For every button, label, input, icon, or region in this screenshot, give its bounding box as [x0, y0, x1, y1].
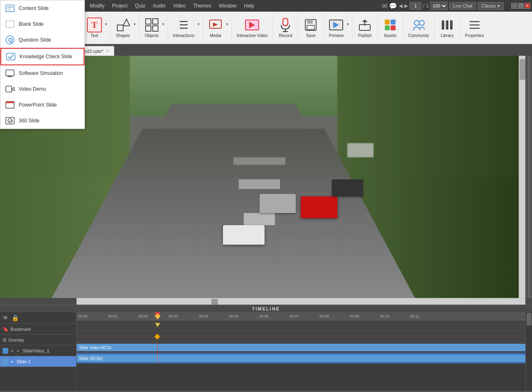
- media-button[interactable]: Media: [205, 16, 225, 40]
- svg-marker-16: [362, 20, 368, 22]
- preview-button[interactable]: Preview: [326, 16, 346, 40]
- media-dropdown-arrow[interactable]: ▼: [225, 22, 229, 26]
- scrollbar-thumb-v[interactable]: [520, 59, 525, 80]
- svg-rect-37: [6, 70, 14, 76]
- text-dropdown-arrow[interactable]: ▼: [104, 22, 108, 26]
- community-label: Community: [408, 33, 429, 38]
- interactive-video-button[interactable]: Interactive Video: [234, 16, 270, 40]
- minimize-button[interactable]: ─: [511, 3, 517, 9]
- interactions-label: Interactions: [173, 33, 195, 38]
- video-demo-item[interactable]: Video Demo: [0, 81, 84, 97]
- toolbar-group-publish: Publish: [352, 13, 378, 42]
- overlay-track-content: [77, 331, 525, 342]
- save-button[interactable]: Save: [301, 16, 321, 40]
- toolbar-group-interactive-video: Interactive Video: [232, 13, 273, 42]
- svg-rect-5: [153, 26, 158, 31]
- save-label: Save: [306, 33, 316, 38]
- outer-right-panel: [525, 56, 532, 298]
- properties-button[interactable]: Properties: [463, 16, 487, 40]
- zoom-select[interactable]: 100 75 50: [431, 2, 448, 10]
- menu-audio[interactable]: Audio: [149, 2, 169, 10]
- bookmark-marker: [155, 323, 160, 327]
- knowledge-check-icon: [6, 56, 15, 61]
- restore-button[interactable]: ❐: [518, 3, 524, 9]
- slide-type-dropdown: Content Slide Blank Slide Q: [0, 56, 85, 129]
- library-label: Library: [441, 33, 454, 38]
- menu-modify[interactable]: Modify: [87, 2, 108, 10]
- timeline-ruler: 00:00 00:01 00:02 00:03 00:04 00:05 00:0…: [77, 312, 525, 320]
- menu-video[interactable]: Video: [170, 2, 189, 10]
- svg-point-22: [419, 20, 424, 25]
- powerpoint-slide-item[interactable]: PowerPoint Slide: [0, 97, 84, 113]
- 360-slide-item[interactable]: 360 360 Slide: [0, 113, 84, 129]
- svg-rect-4: [146, 26, 151, 31]
- interactions-dropdown-arrow[interactable]: ▼: [197, 22, 200, 26]
- close-button[interactable]: ✕: [525, 3, 530, 9]
- timeline-lock-icon[interactable]: 🔒: [12, 315, 19, 321]
- menu-themes[interactable]: Themes: [190, 2, 214, 10]
- objects-dropdown-arrow[interactable]: ▼: [162, 22, 165, 26]
- slide1-track-name: Slide 1: [17, 359, 31, 364]
- tick-3: 00:03: [169, 314, 178, 318]
- car-grey: [260, 194, 296, 213]
- playhead-s1: [157, 353, 158, 363]
- timeline-eye-icon[interactable]: 👁: [2, 315, 8, 321]
- interactions-button[interactable]: ☰ Interactions: [171, 16, 197, 40]
- eye-dot-sv[interactable]: ●: [11, 348, 13, 353]
- menu-help[interactable]: Help: [240, 2, 257, 10]
- eye-dot-s1[interactable]: ●: [11, 359, 13, 364]
- menu-quiz[interactable]: Quiz: [132, 2, 149, 10]
- tick-10: 00:10: [380, 314, 389, 318]
- toolbar-group-preview: Preview ▼: [324, 13, 352, 42]
- community-button[interactable]: Community: [406, 16, 432, 40]
- shapes-button[interactable]: Shapes: [113, 16, 133, 40]
- toolbar-group-objects: Objects ▼: [139, 13, 168, 42]
- next-slide-icon[interactable]: ▶: [404, 3, 408, 9]
- menu-project[interactable]: Project: [109, 2, 131, 10]
- knowledge-check-label: Knowledge Check Slide: [20, 56, 72, 60]
- timeline-scroll-thumb[interactable]: [527, 313, 532, 325]
- publish-label: Publish: [358, 33, 372, 38]
- tick-0: 00:00: [78, 314, 88, 318]
- objects-button[interactable]: Objects: [142, 16, 162, 40]
- svg-marker-7: [213, 22, 218, 27]
- page-navigation: ✉ 💬 ◀ ▶ 1 / 1 100 75 50 Live Chat Classi…: [382, 2, 504, 10]
- tab-close-button[interactable]: ✕: [106, 49, 109, 53]
- library-button[interactable]: Library: [437, 16, 457, 40]
- tab-title: tled3.cptx*: [82, 49, 103, 54]
- car-dark-right: [332, 179, 363, 196]
- svg-rect-17: [385, 20, 390, 25]
- text-label: Text: [91, 33, 98, 38]
- bookmark-icon: 🔖: [2, 326, 9, 332]
- prev-slide-icon[interactable]: ◀: [399, 3, 403, 9]
- publish-button[interactable]: Publish: [355, 16, 375, 40]
- page-number-input[interactable]: 1: [410, 2, 421, 10]
- message-icon[interactable]: 💬: [389, 2, 397, 10]
- software-simulation-item[interactable]: Software Simulation: [0, 65, 84, 81]
- horizontal-scrollbar[interactable]: [77, 298, 525, 305]
- email-icon[interactable]: ✉: [382, 2, 387, 10]
- record-button[interactable]: Record: [275, 16, 295, 40]
- track-bookmark-label: 🔖 Bookmark: [0, 324, 77, 335]
- toolbar-group-record: Record: [273, 13, 298, 42]
- 360-slide-icon: 360: [5, 116, 15, 125]
- timeline-body: 👁 🔒 🔖 Bookmark ⊞ Overlay ● ● SlideVideo_…: [0, 312, 532, 391]
- scrollbar-thumb-h[interactable]: [211, 299, 218, 305]
- shapes-dropdown-arrow[interactable]: ▼: [133, 22, 136, 26]
- svg-rect-18: [391, 20, 396, 25]
- main-content: Content Slide Blank Slide Q: [0, 56, 532, 392]
- text-button[interactable]: T Text: [84, 16, 104, 40]
- vertical-scrollbar[interactable]: [519, 56, 525, 298]
- svg-marker-41: [12, 87, 14, 91]
- preview-dropdown-arrow[interactable]: ▼: [346, 22, 349, 26]
- total-pages: 1: [426, 3, 429, 9]
- live-chat-button[interactable]: Live Chat: [449, 2, 476, 10]
- tick-4: 00:04: [199, 314, 208, 318]
- assets-button[interactable]: Assets: [380, 16, 400, 40]
- page-separator: /: [423, 3, 424, 9]
- menu-window[interactable]: Window: [215, 2, 240, 10]
- toolbar-group-assets: Assets: [378, 13, 403, 42]
- classic-button[interactable]: Classic ▾: [478, 2, 504, 10]
- lock-dot-sv[interactable]: ●: [17, 348, 19, 353]
- knowledge-check-slide-item[interactable]: Knowledge Check Slide: [0, 56, 84, 65]
